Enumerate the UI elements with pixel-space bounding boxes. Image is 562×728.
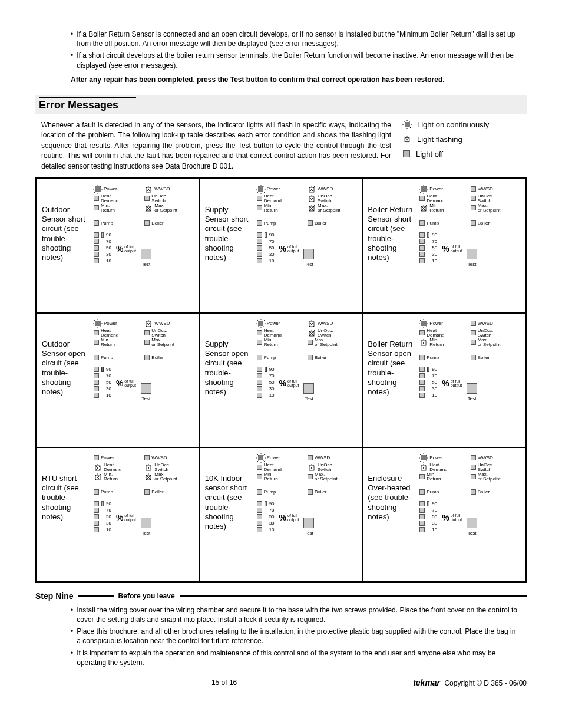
svg-line-151 (263, 460, 265, 462)
svg-line-135 (95, 474, 96, 475)
svg-line-153 (263, 454, 265, 456)
page-number: 15 of 16 (35, 678, 413, 687)
indicator-panel: Power WWSD HeatDemand UnOcc.Switch Min.R… (257, 454, 359, 577)
legend-flash-label: Light flashing (417, 135, 462, 144)
svg-line-83 (146, 321, 147, 322)
svg-line-38 (257, 186, 259, 187)
cell-label: Supply Sensor short circuit (see trouble… (205, 185, 253, 308)
bullet-text: It is important to explain the operation… (77, 648, 521, 667)
svg-line-70 (426, 205, 427, 206)
top-bullets: •If a Boiler Return Sensor is connected … (71, 29, 521, 70)
svg-line-6 (404, 127, 405, 129)
svg-line-69 (421, 205, 422, 206)
error-cell: RTU short circuit (see trouble-shooting … (37, 447, 200, 582)
svg-line-66 (420, 192, 421, 193)
indicator-panel: Power WWSD HeatDemand UnOcc.Switch Min.R… (419, 454, 521, 577)
svg-line-50 (313, 196, 315, 197)
svg-line-49 (309, 196, 310, 197)
indicator-panel: Power WWSD HeatDemand UnOcc.Switch Min.R… (419, 185, 521, 308)
svg-line-118 (426, 340, 427, 341)
svg-line-136 (100, 474, 101, 475)
svg-line-117 (421, 340, 422, 341)
svg-line-55 (309, 205, 310, 206)
indicator-panel: Power WWSD HeatDemand UnOcc.Switch Min.R… (419, 319, 521, 442)
svg-line-103 (309, 330, 310, 331)
svg-line-84 (151, 321, 152, 322)
svg-line-104 (313, 330, 315, 331)
footer-copyright: Copyright © D 365 - 06/00 (444, 679, 527, 687)
svg-line-155 (309, 465, 310, 466)
svg-line-166 (420, 460, 421, 462)
legend: Light on continuously Light flashing Lig… (403, 120, 521, 172)
svg-line-97 (309, 321, 310, 322)
svg-line-115 (427, 320, 428, 321)
svg-line-41 (263, 186, 265, 187)
cell-label: Enclosure Over-heated (see trouble-shoot… (368, 454, 416, 577)
svg-line-95 (263, 320, 265, 321)
svg-line-30 (151, 205, 152, 206)
indicator-panel: Power WWSD HeatDemand UnOcc.Switch Min.R… (94, 454, 196, 577)
error-cell: Enclosure Over-heated (see trouble-shoot… (362, 447, 525, 582)
svg-line-40 (257, 192, 259, 193)
svg-line-39 (263, 192, 265, 193)
svg-line-65 (427, 192, 428, 193)
step-number: Step Nine (35, 591, 74, 601)
error-cell: Supply Sensor open circuit (see trouble-… (200, 313, 363, 447)
svg-line-123 (95, 465, 96, 466)
error-cell: Supply Sensor short circuit (see trouble… (200, 179, 363, 313)
svg-line-29 (146, 205, 147, 206)
svg-line-112 (420, 320, 421, 321)
step-heading: Step Nine Before you leave (35, 591, 527, 601)
footer: 15 of 16 tekmar Copyright © D 365 - 06/0… (35, 678, 527, 687)
svg-line-170 (426, 465, 427, 466)
svg-line-43 (309, 186, 310, 187)
bold-instruction: After any repair has been completed, pre… (71, 75, 527, 84)
cell-label: Supply Sensor open circuit (see trouble-… (205, 319, 253, 442)
svg-line-80 (94, 326, 95, 327)
svg-line-94 (257, 326, 259, 327)
svg-line-113 (427, 326, 428, 327)
cell-label: 10K Indoor sensor short circuit (see tro… (205, 454, 253, 577)
svg-line-164 (420, 454, 421, 456)
svg-line-92 (257, 320, 259, 321)
cell-label: Boiler Return Sensor short circuit (see … (368, 185, 416, 308)
light-on-icon (403, 120, 411, 129)
indicator-panel: Power WWSD HeatDemand UnOcc.Switch Min.R… (257, 319, 359, 442)
light-off-icon (403, 150, 410, 157)
svg-line-19 (101, 192, 102, 193)
svg-line-156 (313, 465, 315, 466)
indicator-panel: Power WWSD HeatDemand UnOcc.Switch Min.R… (257, 185, 359, 308)
svg-line-4 (404, 121, 405, 122)
indicator-panel: Power WWSD HeatDemand UnOcc.Switch Min.R… (94, 185, 196, 308)
bullet-text: Place this brochure, and all other broch… (77, 627, 521, 645)
error-cell: Boiler Return Sensor open circuit (see t… (362, 313, 525, 447)
svg-line-81 (101, 320, 102, 321)
step-subtitle: Before you leave (118, 592, 175, 600)
legend-off-label: Light off (416, 150, 443, 159)
section-title: Error Messages (39, 97, 136, 111)
svg-line-142 (151, 474, 152, 475)
svg-line-124 (100, 465, 101, 466)
bullet-text: Install the wiring cover over the wiring… (77, 605, 521, 624)
svg-line-79 (101, 326, 102, 327)
cell-label: RTU short circuit (see trouble-shooting … (42, 454, 90, 577)
intro-text: Whenever a fault is detected in any of t… (41, 120, 391, 172)
indicator-panel: Power WWSD HeatDemand UnOcc.Switch Min.R… (94, 319, 196, 442)
step-bullets: •Install the wiring cover over the wirin… (71, 605, 521, 667)
cell-label: Outdoor Sensor open circuit (see trouble… (42, 319, 90, 442)
error-cell: 10K Indoor sensor short circuit (see tro… (200, 447, 363, 582)
svg-line-165 (427, 460, 428, 462)
svg-line-114 (420, 326, 421, 327)
cell-label: Boiler Return Sensor open circuit (see t… (368, 319, 416, 442)
svg-line-141 (146, 474, 147, 475)
svg-line-7 (410, 121, 411, 122)
footer-brand: tekmar (413, 678, 440, 687)
bullet-text: If a Boiler Return Sensor is connected a… (77, 29, 521, 48)
svg-line-167 (427, 454, 428, 456)
svg-line-150 (257, 454, 259, 456)
svg-line-78 (94, 320, 95, 321)
svg-line-98 (313, 321, 315, 322)
svg-line-21 (101, 186, 102, 187)
svg-line-44 (313, 186, 315, 187)
error-cell: Outdoor Sensor open circuit (see trouble… (37, 313, 200, 447)
